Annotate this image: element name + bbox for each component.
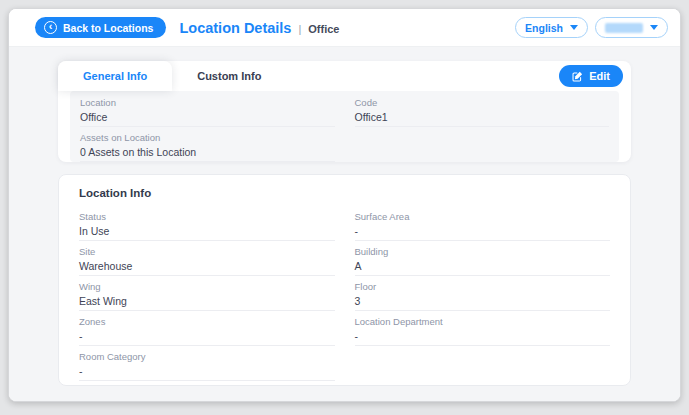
general-info-card: General Info Custom Info Edit Location O… (58, 61, 631, 162)
field-label: Room Category (79, 351, 335, 362)
header: ‹ Back to Locations Location Details | O… (9, 9, 680, 47)
tab-general-info-label: General Info (83, 70, 147, 82)
caret-down-icon (570, 25, 578, 30)
back-arrow-icon: ‹ (44, 21, 57, 34)
user-dropdown[interactable] (595, 17, 668, 38)
edit-button-label: Edit (589, 70, 610, 82)
location-info-fields: Status In Use Surface Area - Site Wareho… (79, 206, 610, 381)
tab-general-info[interactable]: General Info (58, 61, 172, 91)
field-value: - (355, 330, 611, 342)
header-right: English (515, 17, 668, 38)
field-assets-on-location: Assets on Location 0 Assets on this Loca… (80, 127, 335, 162)
field-value: Office1 (355, 111, 610, 123)
field-value: - (79, 365, 335, 377)
field-label: Zones (79, 316, 335, 327)
app-window: ‹ Back to Locations Location Details | O… (8, 8, 681, 402)
field-label: Code (355, 97, 610, 108)
field-label: Assets on Location (80, 132, 335, 143)
field-label: Wing (79, 281, 335, 292)
location-info-title: Location Info (79, 187, 610, 199)
field-status: Status In Use (79, 206, 335, 241)
user-name-redacted (605, 23, 643, 33)
field-zones: Zones - (79, 311, 335, 346)
field-label: Surface Area (355, 211, 611, 222)
field-label: Building (355, 246, 611, 257)
field-building: Building A (355, 241, 611, 276)
field-value: A (355, 260, 611, 272)
field-location: Location Office (80, 92, 335, 127)
tab-custom-info-label: Custom Info (197, 70, 261, 82)
language-dropdown-label: English (525, 22, 563, 34)
general-info-fields: Location Office Code Office1 Assets on L… (70, 91, 619, 162)
page-title: Location Details (179, 20, 291, 36)
field-site: Site Warehouse (79, 241, 335, 276)
field-value: - (79, 330, 335, 342)
title-separator: | (298, 23, 301, 35)
field-empty (355, 127, 610, 162)
field-location-department: Location Department - (355, 311, 611, 346)
breadcrumb: Location Details | Office (179, 20, 339, 36)
page-body: General Info Custom Info Edit Location O… (9, 47, 680, 401)
edit-pencil-icon (572, 71, 583, 82)
field-label: Floor (355, 281, 611, 292)
back-to-locations-button[interactable]: ‹ Back to Locations (35, 17, 166, 38)
field-label: Status (79, 211, 335, 222)
field-empty (355, 346, 611, 381)
field-value: Warehouse (79, 260, 335, 272)
edit-button[interactable]: Edit (559, 65, 623, 87)
field-value: 0 Assets on this Location (80, 146, 335, 158)
field-code: Code Office1 (355, 92, 610, 127)
field-surface-area: Surface Area - (355, 206, 611, 241)
field-room-category: Room Category - (79, 346, 335, 381)
page-subtitle: Office (308, 23, 339, 35)
field-label: Location Department (355, 316, 611, 327)
field-value: Office (80, 111, 335, 123)
field-floor: Floor 3 (355, 276, 611, 311)
tab-bar: General Info Custom Info Edit (58, 61, 631, 91)
field-label: Location (80, 97, 335, 108)
tab-custom-info[interactable]: Custom Info (172, 61, 286, 91)
field-value: In Use (79, 225, 335, 237)
caret-down-icon (650, 25, 658, 30)
back-button-label: Back to Locations (63, 22, 153, 34)
field-wing: Wing East Wing (79, 276, 335, 311)
field-value: 3 (355, 295, 611, 307)
location-info-card: Location Info Status In Use Surface Area… (58, 174, 631, 386)
field-label: Site (79, 246, 335, 257)
field-value: - (355, 225, 611, 237)
language-dropdown[interactable]: English (515, 17, 588, 38)
field-value: East Wing (79, 295, 335, 307)
